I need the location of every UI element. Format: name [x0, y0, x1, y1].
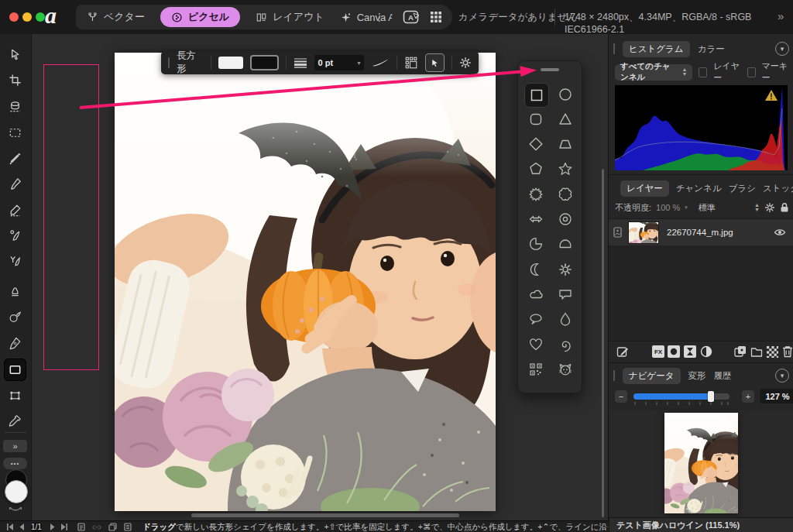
- gear-icon[interactable]: [764, 202, 775, 213]
- shape-pentagon[interactable]: [524, 157, 548, 180]
- shape-square[interactable]: [524, 83, 549, 108]
- shape-ellipse-callout[interactable]: [524, 307, 548, 331]
- toolbar-overflow-chevron[interactable]: »: [778, 9, 784, 22]
- brush-stroke-icon[interactable]: [371, 58, 390, 67]
- edit-mask-icon[interactable]: [616, 345, 629, 358]
- context-toolbar-grip[interactable]: [168, 57, 170, 68]
- node-tool[interactable]: [4, 384, 26, 407]
- stamp-tool[interactable]: [4, 280, 26, 302]
- shape-teardrop[interactable]: [554, 307, 577, 331]
- canvas-area[interactable]: 長方形 0 pt ▾: [31, 34, 608, 520]
- grid-apps-icon[interactable]: [431, 12, 441, 22]
- shape-crescent[interactable]: [524, 258, 548, 281]
- shape-rect-callout[interactable]: [554, 283, 577, 306]
- zoom-value[interactable]: 127 %: [760, 389, 793, 403]
- zoom-slider-handle[interactable]: [708, 391, 714, 402]
- opacity-value[interactable]: 100 %: [656, 203, 680, 212]
- shape-starburst[interactable]: [524, 183, 548, 206]
- shape-spiral[interactable]: [554, 333, 577, 356]
- stroke-swatch[interactable]: [250, 55, 278, 70]
- color-picker-tool[interactable]: [4, 410, 26, 432]
- layer-visibility-eye-icon[interactable]: [774, 228, 786, 237]
- shape-cloud[interactable]: [524, 283, 548, 306]
- swap-colors-icon[interactable]: [8, 505, 23, 513]
- tab-brushes[interactable]: ブラシ: [729, 183, 756, 194]
- fx-button[interactable]: FX: [652, 345, 664, 358]
- persona-canva-ai[interactable]: Canva AI: [340, 12, 398, 23]
- persona-layout[interactable]: レイアウト: [256, 10, 324, 24]
- shape-rounded-square[interactable]: [524, 108, 548, 131]
- shape-double-arrow[interactable]: [524, 208, 548, 231]
- pages-icon[interactable]: [77, 523, 85, 531]
- shape-flower[interactable]: [554, 183, 577, 206]
- tab-channels[interactable]: チャンネル: [676, 183, 722, 194]
- marquee-select-tool[interactable]: [4, 122, 26, 144]
- snapping-icon[interactable]: [404, 56, 418, 70]
- shape-heart[interactable]: [524, 333, 548, 356]
- zoom-window-button[interactable]: [36, 12, 45, 22]
- close-window-button[interactable]: [9, 12, 19, 22]
- horizontal-scrollbar[interactable]: [191, 513, 459, 517]
- fill-swatch[interactable]: [218, 57, 243, 69]
- panel-grip[interactable]: [613, 43, 615, 54]
- zoom-slider-track[interactable]: [633, 393, 729, 400]
- page-indicator-field[interactable]: 1/1: [31, 523, 42, 532]
- zoom-in-button[interactable]: +: [742, 390, 754, 403]
- lock-icon[interactable]: [780, 202, 789, 213]
- delete-layer-trash-icon[interactable]: [782, 345, 793, 358]
- panel-menu-button[interactable]: ▾: [775, 42, 789, 56]
- fill-color-well[interactable]: [5, 480, 28, 503]
- shape-trapezoid[interactable]: [554, 132, 577, 156]
- new-group-folder-icon[interactable]: [750, 345, 763, 358]
- new-image-icon[interactable]: [734, 345, 747, 358]
- persona-vector[interactable]: ベクター: [87, 10, 145, 24]
- shape-ellipse[interactable]: [554, 83, 577, 106]
- page-list-icon[interactable]: [124, 523, 132, 531]
- tab-navigator[interactable]: ナビゲータ: [623, 368, 681, 384]
- shape-triangle[interactable]: [554, 108, 577, 131]
- stroke-style-icon[interactable]: [294, 57, 307, 68]
- more-tools-button[interactable]: •••: [3, 458, 27, 469]
- clone-brush-tool[interactable]: [4, 225, 26, 247]
- auto-select-icon[interactable]: A: [403, 10, 421, 24]
- layer-checkbox[interactable]: [699, 67, 707, 77]
- stroke-width-select[interactable]: 0 pt ▾: [314, 55, 365, 70]
- shape-qr-code[interactable]: [524, 358, 548, 381]
- tab-color[interactable]: カラー: [698, 43, 725, 55]
- blend-mode-select[interactable]: 標準: [699, 202, 716, 214]
- dodge-burn-tool[interactable]: [4, 306, 26, 328]
- layers-empty-area[interactable]: [609, 245, 793, 341]
- last-page-icon[interactable]: [60, 523, 68, 530]
- tab-history[interactable]: 履歴: [714, 370, 732, 382]
- panel-menu-button[interactable]: ▾: [775, 369, 789, 383]
- panel-drag-handle[interactable]: [541, 68, 559, 71]
- shape-star[interactable]: [554, 157, 577, 180]
- next-page-icon[interactable]: [50, 523, 56, 530]
- move-tool[interactable]: [4, 43, 26, 66]
- shape-donut[interactable]: [554, 208, 577, 231]
- more-personas-button[interactable]: ⋮: [373, 6, 386, 28]
- rectangle-tool[interactable]: [4, 359, 26, 381]
- tab-histogram[interactable]: ヒストグラム: [623, 41, 690, 57]
- document-photo[interactable]: [115, 53, 496, 511]
- mask-layer-icon[interactable]: [668, 345, 680, 358]
- duplicate-page-icon[interactable]: [108, 523, 117, 531]
- tab-transform[interactable]: 変形: [688, 370, 706, 382]
- previous-page-icon[interactable]: [19, 523, 25, 530]
- marquee-checkbox[interactable]: [747, 67, 756, 77]
- live-filter-icon[interactable]: [700, 345, 712, 358]
- crop-tool[interactable]: [4, 69, 26, 91]
- pen-tool[interactable]: [4, 331, 26, 354]
- layer-row[interactable]: 22670744_m.jpg: [609, 218, 793, 246]
- tab-layers[interactable]: レイヤー: [620, 180, 669, 197]
- vertical-scrollbar[interactable]: [602, 169, 604, 517]
- edit-select-toggle[interactable]: [425, 53, 445, 72]
- shape-cat[interactable]: [554, 358, 577, 381]
- paint-brush-tool[interactable]: [4, 173, 26, 195]
- first-page-icon[interactable]: [6, 523, 14, 530]
- selection-brush-tool[interactable]: [4, 95, 26, 118]
- shape-pie[interactable]: [524, 232, 548, 256]
- persona-pixel[interactable]: ピクセル: [160, 7, 240, 27]
- gear-icon[interactable]: [459, 57, 472, 69]
- shape-gear[interactable]: [554, 258, 577, 281]
